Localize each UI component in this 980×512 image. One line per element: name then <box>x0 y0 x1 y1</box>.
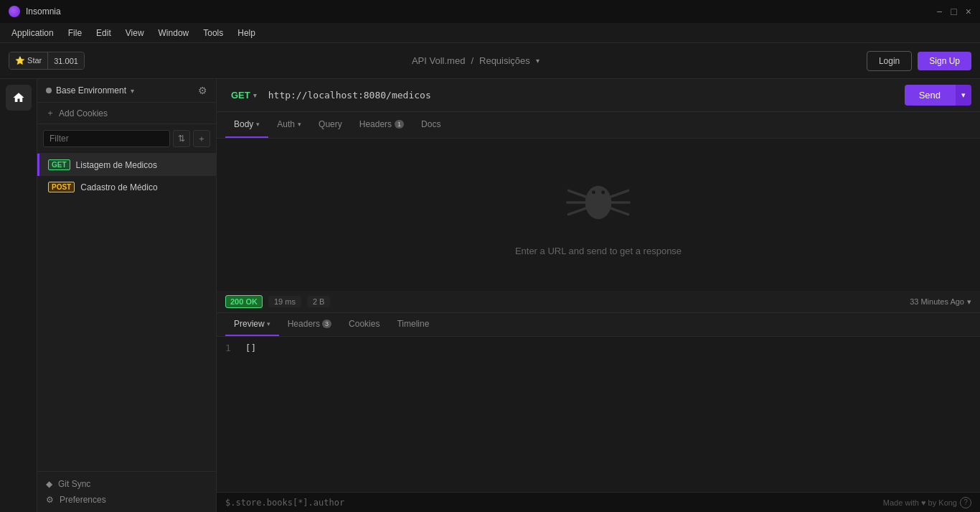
breadcrumb-api[interactable]: API Voll.med <box>412 55 465 66</box>
menu-view[interactable]: View <box>120 26 150 40</box>
resp-cookies-label: Cookies <box>349 319 380 329</box>
tab-docs[interactable]: Docs <box>413 112 449 138</box>
menu-window[interactable]: Window <box>153 26 195 40</box>
icon-sidebar <box>0 79 37 512</box>
resp-preview-label: Preview <box>234 319 265 329</box>
jsonpath-input[interactable] <box>225 498 883 508</box>
svg-line-5 <box>611 190 628 196</box>
git-sync-button[interactable]: ◆ Git Sync <box>46 479 207 489</box>
method-selector[interactable]: GET ▾ <box>225 85 263 105</box>
breadcrumb: API Voll.med / Requisições ▾ <box>412 55 540 66</box>
env-bar: Base Environment ▾ ⚙ <box>37 79 216 103</box>
send-button[interactable]: Send <box>905 85 955 106</box>
maximize-button[interactable]: □ <box>951 6 956 17</box>
right-panel: GET ▾ Send ▾ Body ▾ Auth ▾ Query He <box>217 79 980 512</box>
tab-docs-label: Docs <box>421 119 440 129</box>
top-bar-right: Login Sign Up <box>867 51 971 71</box>
method-post-badge: POST <box>48 182 75 192</box>
help-icon[interactable]: ? <box>960 497 971 508</box>
add-cookies-button[interactable]: ＋ Add Cookies <box>37 103 216 124</box>
tab-auth-label: Auth <box>277 119 295 129</box>
add-cookies-label: Add Cookies <box>59 108 108 118</box>
menu-file[interactable]: File <box>62 26 88 40</box>
resp-timeline-label: Timeline <box>397 319 429 329</box>
git-sync-label: Git Sync <box>58 479 90 489</box>
empty-state-text: Enter a URL and send to get a response <box>515 246 682 256</box>
breadcrumb-separator: / <box>471 55 473 66</box>
resp-tab-cookies[interactable]: Cookies <box>340 313 388 336</box>
filter-sort-button[interactable]: ⇅ <box>173 130 190 147</box>
tab-query[interactable]: Query <box>310 112 351 138</box>
tab-body-arrow: ▾ <box>256 121 260 128</box>
response-body: 1 [] <box>217 337 980 492</box>
resp-tab-timeline[interactable]: Timeline <box>388 313 438 336</box>
svg-line-2 <box>568 190 585 196</box>
login-button[interactable]: Login <box>867 51 912 71</box>
tab-headers[interactable]: Headers 1 <box>351 112 413 138</box>
tab-query-label: Query <box>319 119 342 129</box>
headers-badge: 1 <box>395 120 404 129</box>
breadcrumb-dropdown-icon[interactable]: ▾ <box>536 57 540 65</box>
diamond-icon: ◆ <box>46 479 52 489</box>
tab-headers-label: Headers <box>359 119 392 129</box>
star-button[interactable]: ⭐ Star 31.001 <box>9 52 85 70</box>
response-time-ago[interactable]: 33 Minutes Ago ▾ <box>910 297 971 307</box>
title-bar-controls: − □ × <box>936 6 971 17</box>
status-badge: 200 OK <box>225 295 263 308</box>
send-dropdown-button[interactable]: ▾ <box>955 85 971 106</box>
tab-body-label: Body <box>234 119 253 129</box>
menu-tools[interactable]: Tools <box>197 26 229 40</box>
tab-auth[interactable]: Auth ▾ <box>268 112 310 138</box>
preferences-button[interactable]: ⚙ Preferences <box>46 495 207 505</box>
menu-help[interactable]: Help <box>232 26 261 40</box>
response-status-bar: 200 OK 19 ms 2 B 33 Minutes Ago ▾ <box>217 291 980 313</box>
breadcrumb-page[interactable]: Requisições <box>479 55 530 66</box>
top-bar: ⭐ Star 31.001 API Voll.med / Requisições… <box>0 43 980 79</box>
bottom-bar: Made with ♥ by Kong ? <box>217 492 980 512</box>
signup-button[interactable]: Sign Up <box>918 52 971 70</box>
filter-add-button[interactable]: ＋ <box>193 130 210 147</box>
empty-state-icon <box>562 174 634 231</box>
resp-tab-preview[interactable]: Preview ▾ <box>225 313 279 336</box>
menu-edit[interactable]: Edit <box>90 26 117 40</box>
minimize-button[interactable]: − <box>936 6 942 17</box>
close-button[interactable]: × <box>966 6 971 17</box>
env-dropdown-icon: ▾ <box>131 87 134 95</box>
svg-line-4 <box>568 208 585 214</box>
gear-icon: ⚙ <box>46 495 54 505</box>
request-item-cadastro[interactable]: POST Cadastro de Médico <box>37 176 216 198</box>
request-tabs: Body ▾ Auth ▾ Query Headers 1 Docs <box>217 112 980 139</box>
svg-line-7 <box>611 208 628 214</box>
menu-application[interactable]: Application <box>6 26 60 40</box>
response-tabs: Preview ▾ Headers 3 Cookies Timeline <box>217 313 980 337</box>
tab-auth-arrow: ▾ <box>298 121 301 128</box>
time-ago-label: 33 Minutes Ago <box>910 297 964 306</box>
response-content-1: [] <box>245 343 257 353</box>
plus-icon: ＋ <box>46 107 55 119</box>
bottom-bar-right: Made with ♥ by Kong ? <box>883 497 971 508</box>
env-settings-icon[interactable]: ⚙ <box>198 85 207 96</box>
home-button[interactable] <box>6 85 32 111</box>
request-item-listagem[interactable]: GET Listagem de Medicos <box>37 154 216 176</box>
menu-bar: Application File Edit View Window Tools … <box>0 23 980 43</box>
left-panel-bottom: ◆ Git Sync ⚙ Preferences <box>37 471 216 512</box>
resp-preview-arrow: ▾ <box>267 320 270 327</box>
filter-input[interactable] <box>43 130 170 147</box>
send-btn-group: Send ▾ <box>905 85 971 106</box>
url-input[interactable] <box>268 90 899 101</box>
env-dot <box>46 88 52 93</box>
request-name-listagem: Listagem de Medicos <box>76 160 157 170</box>
svg-point-8 <box>592 190 595 194</box>
url-bar: GET ▾ Send ▾ <box>217 79 980 112</box>
time-ago-dropdown-icon: ▾ <box>967 297 971 307</box>
title-bar: Insomnia − □ × <box>0 0 980 23</box>
method-dropdown-icon: ▾ <box>253 92 257 99</box>
response-time: 19 ms <box>268 296 301 307</box>
env-selector[interactable]: Base Environment ▾ <box>46 85 134 96</box>
resp-tab-headers[interactable]: Headers 3 <box>279 313 340 336</box>
star-label: ⭐ Star <box>9 52 48 69</box>
empty-state: Enter a URL and send to get a response <box>217 139 980 291</box>
filter-bar: ⇅ ＋ <box>37 124 216 154</box>
request-body-area: Enter a URL and send to get a response <box>217 139 980 291</box>
tab-body[interactable]: Body ▾ <box>225 112 268 138</box>
